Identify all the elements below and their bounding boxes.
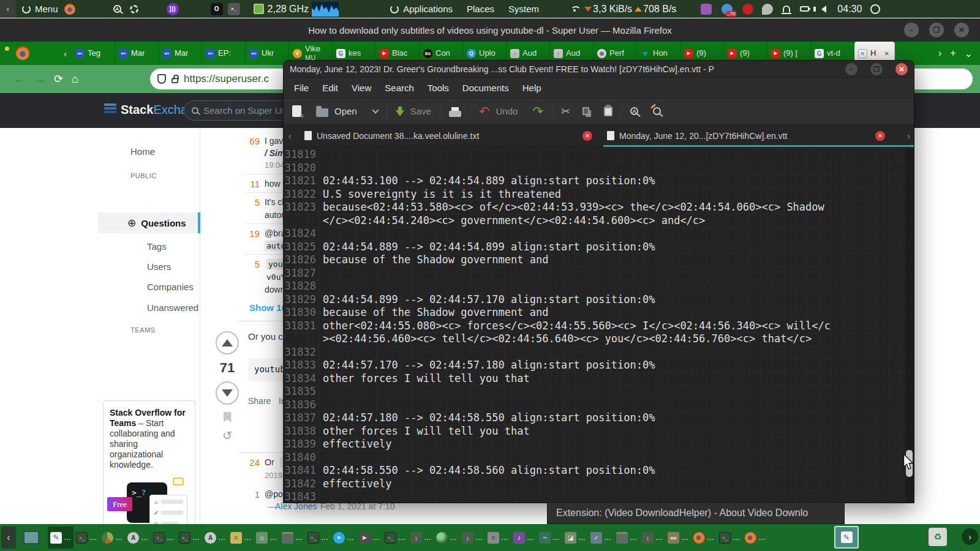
- taskbar-window-button[interactable]: …: [614, 527, 639, 549]
- replace-icon[interactable]: [653, 107, 661, 115]
- taskbar-window-button[interactable]: …: [202, 527, 228, 549]
- firefox-minimize-button[interactable]: –: [904, 23, 919, 37]
- volume-icon[interactable]: [821, 6, 826, 13]
- browser-tab[interactable]: Mar: [159, 42, 202, 65]
- taskbar-window-button[interactable]: …: [382, 527, 408, 549]
- tray-record-icon[interactable]: [742, 4, 753, 15]
- taskbar-window-button[interactable]: …: [254, 527, 279, 549]
- document-tab-active[interactable]: Monday, June 12, 20...[zDY7t6HihCw].en.v…: [600, 124, 892, 148]
- editor-close-button[interactable]: ✕: [895, 63, 908, 75]
- document-tab-unsaved[interactable]: Unsaved Document 38....ka.veel.oluline.t…: [297, 124, 600, 148]
- sidebar-item-home[interactable]: Home: [130, 146, 155, 157]
- taskbar-window-button[interactable]: …: [228, 527, 254, 549]
- taskbar-window-button[interactable]: …: [485, 527, 511, 549]
- home-button[interactable]: ⌂: [72, 73, 78, 86]
- firefox-close-button[interactable]: ✕: [954, 23, 969, 37]
- comment-author-link[interactable]: Alex Jones: [275, 501, 317, 511]
- forward-button[interactable]: →: [34, 73, 45, 86]
- save-icon[interactable]: [396, 110, 404, 116]
- clock[interactable]: 04:30: [837, 4, 862, 15]
- editor-maximize-button[interactable]: ❐: [870, 63, 883, 75]
- document-tab-close-button[interactable]: ✕: [875, 131, 885, 141]
- document-tab-close-button[interactable]: ✕: [582, 131, 592, 141]
- taskbar-window-button[interactable]: …: [176, 527, 202, 549]
- back-button[interactable]: ←: [13, 73, 24, 86]
- taskbar-collapse-right-button[interactable]: ›: [962, 528, 978, 545]
- taskbar-window-button[interactable]: …: [639, 527, 665, 549]
- sidebar-item-companies[interactable]: Companies: [147, 282, 194, 292]
- downvote-button[interactable]: [216, 381, 239, 405]
- panel-menu[interactable]: Menu: [35, 4, 58, 14]
- taskbar-window-button[interactable]: …: [434, 527, 459, 549]
- taskbar-window-button[interactable]: …: [459, 527, 485, 549]
- open-dropdown-icon[interactable]: [372, 107, 379, 113]
- sidebar-item-users[interactable]: Users: [147, 261, 171, 272]
- taskbar-collapse-left-button[interactable]: ‹: [1, 527, 16, 549]
- browser-tab[interactable]: EP:: [202, 42, 246, 65]
- window-switcher-highlight[interactable]: [834, 526, 859, 549]
- sidebar-item-questions[interactable]: ⊕ Questions: [98, 212, 200, 233]
- taskbar-window-button[interactable]: …: [125, 527, 151, 549]
- editor-text-area[interactable]: 31819 31820 31821 02:44:53.100 --> 02:44…: [284, 148, 905, 503]
- tab-scroll-right[interactable]: ›: [938, 48, 941, 59]
- sidebar-item-tags[interactable]: Tags: [147, 241, 167, 252]
- doc-tab-scroll-right[interactable]: ›: [907, 131, 910, 141]
- firefox-launcher-icon[interactable]: [64, 4, 75, 15]
- taskbar-window-button[interactable]: …: [537, 527, 562, 549]
- comment-date[interactable]: 2019: [265, 471, 282, 480]
- editor-menu-item[interactable]: Tools: [421, 83, 456, 93]
- cut-icon[interactable]: ✂: [561, 106, 570, 117]
- taskbar-window-button[interactable]: …: [665, 527, 691, 549]
- tab-scroll-left[interactable]: ‹: [59, 48, 72, 59]
- save-button[interactable]: Save: [410, 106, 431, 116]
- editor-menu-item[interactable]: Search: [378, 83, 421, 93]
- taskbar-window-button[interactable]: …: [717, 527, 742, 549]
- taskbar-window-button[interactable]: …: [331, 527, 356, 549]
- taskbar-window-button[interactable]: …: [588, 527, 614, 549]
- tor-browser-icon[interactable]: O: [211, 3, 223, 15]
- menu-system[interactable]: System: [508, 4, 539, 14]
- editor-menu-item[interactable]: Help: [516, 83, 548, 93]
- sidebar-item-unanswered[interactable]: Unanswered: [147, 302, 198, 313]
- tab-dropdown-button[interactable]: ⌄: [965, 48, 973, 59]
- editor-menu-item[interactable]: File: [287, 83, 315, 93]
- comment-timestamp[interactable]: 19:04: [265, 160, 285, 170]
- power-icon[interactable]: [870, 4, 880, 14]
- editor-menu-item[interactable]: Documents: [456, 83, 516, 93]
- trash-applet[interactable]: ♻: [929, 528, 947, 546]
- doc-tab-scroll-left[interactable]: ‹: [288, 131, 292, 141]
- wifi-icon[interactable]: [570, 6, 579, 12]
- taskbar-window-button[interactable]: …: [99, 527, 125, 549]
- taskbar-window-button[interactable]: …: [151, 527, 176, 549]
- upvote-button[interactable]: [216, 331, 239, 354]
- settings-gear-icon[interactable]: [130, 5, 138, 13]
- paste-icon[interactable]: [604, 107, 612, 116]
- editor-titlebar[interactable]: Monday, June 12, 2023! Dr. Greer's Groun…: [284, 61, 914, 78]
- share-link[interactable]: Share: [248, 396, 271, 406]
- copy-icon[interactable]: [582, 107, 589, 115]
- reload-button[interactable]: ⟳: [54, 72, 63, 86]
- editor-menu-item[interactable]: Edit: [315, 83, 345, 93]
- open-folder-icon[interactable]: [316, 108, 328, 117]
- tracking-shield-icon[interactable]: [157, 74, 166, 84]
- find-icon[interactable]: A: [630, 107, 638, 115]
- editor-menu-item[interactable]: View: [345, 83, 378, 93]
- menu-applications[interactable]: Applications: [403, 4, 453, 14]
- taskbar-window-button[interactable]: …: [279, 527, 305, 549]
- tray-app-icon[interactable]: [701, 4, 712, 15]
- browser-tab[interactable]: Mar: [115, 42, 159, 65]
- taskbar-window-button[interactable]: …: [48, 527, 74, 549]
- panel-collapse-left-button[interactable]: ‹: [0, 0, 16, 18]
- print-icon[interactable]: [449, 111, 461, 117]
- browser-tab[interactable]: Teg: [72, 42, 115, 65]
- browser-tab[interactable]: Ukr: [246, 42, 289, 65]
- open-button[interactable]: Open: [334, 106, 357, 116]
- comment-mention[interactable]: @po: [265, 489, 283, 499]
- history-icon[interactable]: ↺: [215, 429, 239, 443]
- new-document-icon[interactable]: [292, 105, 301, 117]
- bookmark-icon[interactable]: [224, 412, 232, 422]
- taskbar-window-button[interactable]: …: [356, 527, 382, 549]
- taskbar-window-button[interactable]: …: [408, 527, 434, 549]
- taskbar-window-button[interactable]: …: [562, 527, 588, 549]
- tray-update-icon[interactable]: ..70: [722, 4, 733, 15]
